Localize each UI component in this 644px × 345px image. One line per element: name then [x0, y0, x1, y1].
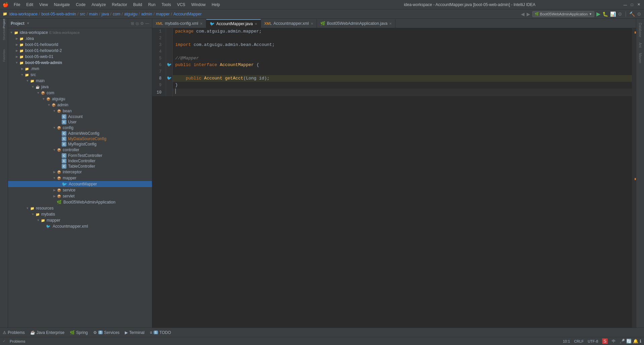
maven-panel-button[interactable]: Maven: [637, 50, 643, 66]
mic-icon[interactable]: 🎤: [620, 339, 625, 344]
run-button[interactable]: ▶: [596, 11, 600, 17]
breadcrumb-workspace[interactable]: idea-workspace: [9, 12, 38, 16]
menu-help[interactable]: Help: [209, 2, 223, 8]
tree-item-boot05webadmin[interactable]: ▼ 📁 boot-05-web-admin: [8, 60, 152, 66]
database-panel-button[interactable]: Database: [637, 20, 643, 40]
tree-item-user[interactable]: ▶ C User: [8, 119, 152, 125]
info-icon[interactable]: ℹ: [640, 339, 641, 344]
locate-icon[interactable]: ◎: [136, 21, 139, 26]
settings-button[interactable]: ⚙: [637, 11, 641, 17]
tab-boot05app-java[interactable]: 🌿 Boot05WebAdminApplication.java ✕: [317, 19, 396, 28]
close-tab-boot05app-java[interactable]: ✕: [389, 22, 392, 25]
problems-tab[interactable]: ⚠ Problems: [3, 330, 25, 335]
terminal-tab[interactable]: ▶ Terminal: [125, 330, 144, 335]
tree-item-mapper[interactable]: ▼ 📦 mapper: [8, 175, 152, 181]
breadcrumb-java[interactable]: java: [102, 12, 109, 16]
tree-item-bean[interactable]: ▼ 📦 bean: [8, 108, 152, 114]
tree-item-formtestcontroller[interactable]: ▶ C FormTestController: [8, 153, 152, 158]
minimize-button[interactable]: —: [623, 2, 628, 7]
tree-item-config[interactable]: ▼ 📦 config: [8, 125, 152, 131]
ant-panel-button[interactable]: Ant: [637, 40, 643, 50]
breadcrumb-class[interactable]: AccountMapper: [173, 12, 202, 16]
breadcrumb-mapper[interactable]: mapper: [156, 12, 170, 16]
tree-item-mapper-res[interactable]: ▼ 📁 mapper: [8, 217, 152, 223]
tab-mybatis-config[interactable]: XML mybatis-config.xml ✕: [152, 19, 206, 28]
tree-item-resources[interactable]: ▼ 📁 resources: [8, 205, 152, 211]
tree-item-src[interactable]: ▼ 📁 src: [8, 72, 152, 78]
back-button[interactable]: ◀: [521, 11, 525, 17]
tree-item-mydatasourceconfig[interactable]: ▶ C MyDataSourceConfig: [8, 136, 152, 141]
tree-item-adminwebconfig[interactable]: ▶ C AdminWebConfig: [8, 131, 152, 136]
tree-item-tablecontroller[interactable]: ▶ C TableController: [8, 164, 152, 169]
notify-icon[interactable]: 🔔: [633, 339, 638, 344]
run-config-dropdown[interactable]: 🌿 Boot05WebAdminApplication ▼: [532, 11, 594, 17]
menu-navigate[interactable]: Navigate: [51, 2, 72, 8]
tree-item-indexcontroller[interactable]: ▶ C IndexController: [8, 158, 152, 164]
tree-item-mybatis[interactable]: ▼ 📁 mybatis: [8, 211, 152, 217]
breadcrumb-atguigu[interactable]: atguigu: [124, 12, 137, 16]
favorites-panel-button[interactable]: Favorites: [1, 52, 7, 59]
menu-code[interactable]: Code: [73, 2, 88, 8]
hide-panel-icon[interactable]: —: [145, 21, 149, 26]
tree-item-main[interactable]: ▼ 📁 main: [8, 78, 152, 84]
close-tab-accountmapper-xml[interactable]: ✕: [311, 22, 313, 25]
tree-item-interceptor[interactable]: ▶ 📦 interceptor: [8, 169, 152, 175]
todo-tab[interactable]: ≡ 6 TODO: [150, 330, 171, 335]
breadcrumb-module[interactable]: boot-05-web-admin: [41, 12, 76, 16]
tree-item-boot01b[interactable]: ▶ 📁 boot-01-helloworld-2: [8, 48, 152, 54]
settings-icon[interactable]: ⚙: [140, 21, 144, 26]
services-tab[interactable]: ⚙ 8 Services: [93, 330, 120, 335]
tree-item-admin[interactable]: ▼ 📦 admin: [8, 102, 152, 108]
close-tab-accountmapper-java[interactable]: ✕: [255, 22, 257, 26]
tree-item-account[interactable]: ▶ C Account: [8, 114, 152, 119]
menu-file[interactable]: File: [11, 2, 23, 8]
structure-panel-button[interactable]: Structure: [1, 31, 7, 38]
tree-item-workspace[interactable]: ▼ 📁 idea-workspace E:\idea-workspace: [8, 30, 152, 36]
build-button[interactable]: 🔨: [629, 11, 635, 17]
tree-item-com[interactable]: ▼ 📦 com: [8, 90, 152, 96]
tree-item-mvn[interactable]: ▶ 📁 .mvn: [8, 66, 152, 72]
menu-edit[interactable]: Edit: [23, 2, 36, 8]
menu-build[interactable]: Build: [130, 2, 145, 8]
menu-tools[interactable]: Tools: [159, 2, 174, 8]
sync-icon[interactable]: 🔄: [626, 339, 632, 344]
tree-item-atguigu[interactable]: ▼ 📦 atguigu: [8, 96, 152, 102]
maximize-button[interactable]: □: [629, 2, 635, 7]
panel-dropdown-icon[interactable]: ▼: [26, 21, 30, 25]
coverage-button[interactable]: 📊: [610, 11, 616, 17]
breadcrumb-src[interactable]: src: [80, 12, 85, 16]
menu-analyze[interactable]: Analyze: [89, 2, 109, 8]
more-run-button[interactable]: ⚙: [618, 11, 622, 17]
spring-tab[interactable]: 🌿 Spring: [70, 330, 88, 335]
debug-button[interactable]: 🐛: [602, 11, 608, 17]
tree-item-accountmapperxml[interactable]: ▶ 🐦 Accountmapper.xml: [8, 223, 152, 229]
breadcrumb-com[interactable]: com: [113, 12, 120, 16]
menu-window[interactable]: Window: [189, 2, 208, 8]
project-panel-button[interactable]: Project: [1, 20, 7, 27]
menu-view[interactable]: View: [37, 2, 51, 8]
tree-item-accountmapper[interactable]: ▶ 🐦 AccountMapper: [8, 181, 152, 187]
forward-button[interactable]: ▶: [527, 11, 530, 17]
code-editor[interactable]: 1 package com.atguigu.admin.mapper; 2 3 …: [152, 28, 632, 328]
tree-item-boot05web[interactable]: ▶ 📁 boot-05-web-01: [8, 54, 152, 60]
status-encoding[interactable]: UTF-8: [588, 339, 598, 343]
tree-item-controller[interactable]: ▼ 📦 controller: [8, 147, 152, 153]
tree-item-idea[interactable]: ▶ 📁 .idea: [8, 36, 152, 42]
breadcrumb-main[interactable]: main: [89, 12, 98, 16]
java-enterprise-tab[interactable]: ☕ Java Enterprise: [30, 330, 64, 335]
tree-item-service[interactable]: ▶ 📦 service: [8, 187, 152, 193]
tab-accountmapper-xml[interactable]: XML Accountmapper.xml ✕: [261, 19, 317, 28]
menu-vcs[interactable]: VCS: [174, 2, 188, 8]
tree-item-myregistconfig[interactable]: ▶ C MyRegistConfig: [8, 141, 152, 147]
tree-item-java[interactable]: ▼ ☕ java: [8, 84, 152, 90]
close-tab-mybatis-config[interactable]: ✕: [200, 22, 203, 25]
menu-refactor[interactable]: Refactor: [109, 2, 130, 8]
tree-item-servlet[interactable]: ▶ 📦 servlet: [8, 193, 152, 199]
breadcrumb-admin[interactable]: admin: [141, 12, 152, 16]
tree-item-boot01[interactable]: ▶ 📁 boot-01-helloworld: [8, 42, 152, 48]
collapse-all-icon[interactable]: ⊞: [131, 21, 134, 26]
status-crlf[interactable]: CRLF: [574, 339, 584, 343]
tab-accountmapper-java[interactable]: 🐦 AccountMapper.java ✕: [206, 19, 261, 28]
status-problems-tab[interactable]: Problems: [10, 339, 25, 343]
tree-item-boot05app[interactable]: ▶ 🌿 Boot05WebAdminApplication: [8, 199, 152, 205]
